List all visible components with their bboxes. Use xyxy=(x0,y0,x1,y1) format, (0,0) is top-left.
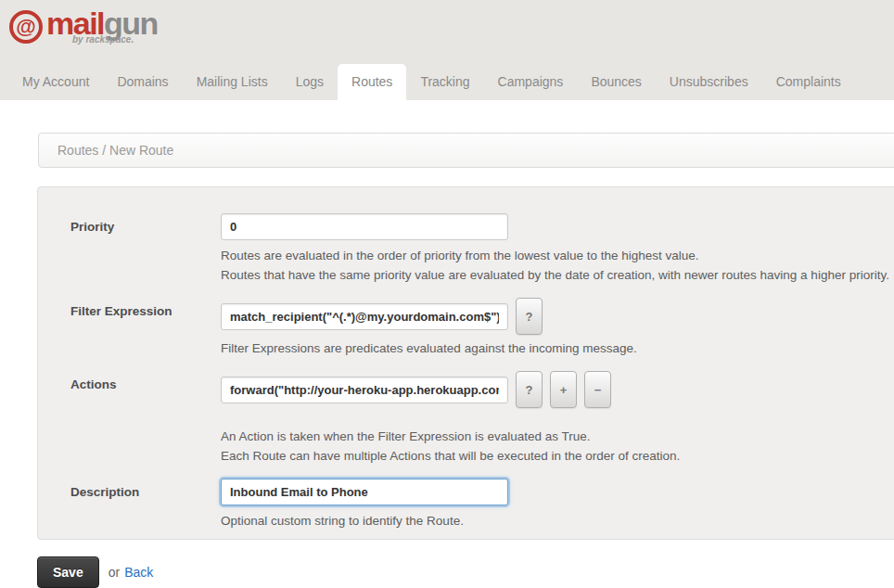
tab-tracking[interactable]: Tracking xyxy=(406,64,483,100)
or-text: or xyxy=(109,565,120,580)
tab-logs[interactable]: Logs xyxy=(282,64,338,100)
actions-remove-button[interactable]: − xyxy=(584,371,611,408)
priority-help-line1: Routes are evaluated in the order of pri… xyxy=(221,246,894,265)
filter-expression-input[interactable] xyxy=(221,303,508,330)
tab-domains[interactable]: Domains xyxy=(103,64,182,100)
form-footer: Save or Back xyxy=(37,556,894,588)
breadcrumb-text: Routes / New Route xyxy=(57,143,173,158)
description-help-line1: Optional custom string to identify the R… xyxy=(221,511,894,530)
tab-mailing-lists[interactable]: Mailing Lists xyxy=(183,64,282,100)
actions-help-line1: An Action is taken when the Filter Expre… xyxy=(221,427,894,446)
priority-help-line2: Routes that have the same priority value… xyxy=(221,265,894,285)
back-link[interactable]: Back xyxy=(124,565,153,580)
tab-routes[interactable]: Routes xyxy=(338,64,406,100)
actions-input[interactable] xyxy=(221,377,508,403)
actions-help: An Action is taken when the Filter Expre… xyxy=(221,427,894,466)
tab-my-account[interactable]: My Account xyxy=(8,64,103,100)
filter-expression-help: Filter Expressions are predicates evalua… xyxy=(221,339,894,358)
breadcrumb: Routes / New Route xyxy=(38,133,894,168)
main-nav-tabs: My Account Domains Mailing Lists Logs Ro… xyxy=(0,64,894,100)
tab-bounces[interactable]: Bounces xyxy=(577,64,655,100)
filter-expression-label: Filter Expression xyxy=(70,298,221,358)
mailgun-logo: @ mailgun by rackspace. xyxy=(9,7,158,45)
priority-input[interactable] xyxy=(221,213,508,240)
priority-label: Priority xyxy=(70,213,221,285)
description-label: Description xyxy=(70,479,221,530)
tab-complaints[interactable]: Complaints xyxy=(762,64,855,100)
tab-unsubscribes[interactable]: Unsubscribes xyxy=(656,64,762,100)
filter-expression-row: Filter Expression ? Filter Expressions a… xyxy=(70,298,894,358)
actions-help-button[interactable]: ? xyxy=(516,371,543,408)
save-button[interactable]: Save xyxy=(37,556,99,588)
description-help: Optional custom string to identify the R… xyxy=(221,511,894,530)
actions-help-line2: Each Route can have multiple Actions tha… xyxy=(221,446,894,466)
mailgun-at-icon: @ xyxy=(9,10,43,44)
priority-help: Routes are evaluated in the order of pri… xyxy=(221,246,894,285)
description-row: Description Optional custom string to id… xyxy=(70,479,894,530)
page-content: Routes / New Route Priority Routes are e… xyxy=(0,133,894,588)
new-route-form: Priority Routes are evaluated in the ord… xyxy=(37,186,894,540)
description-input[interactable] xyxy=(221,479,508,505)
priority-row: Priority Routes are evaluated in the ord… xyxy=(70,213,894,285)
filter-help-line1: Filter Expressions are predicates evalua… xyxy=(221,339,894,358)
tab-campaigns[interactable]: Campaigns xyxy=(484,64,578,100)
actions-add-button[interactable]: + xyxy=(550,371,577,408)
top-header: @ mailgun by rackspace. My Account Domai… xyxy=(0,0,894,100)
filter-help-button[interactable]: ? xyxy=(516,298,543,335)
actions-row: Actions ? + − An Action is taken when th… xyxy=(70,371,894,466)
actions-label: Actions xyxy=(70,371,221,466)
